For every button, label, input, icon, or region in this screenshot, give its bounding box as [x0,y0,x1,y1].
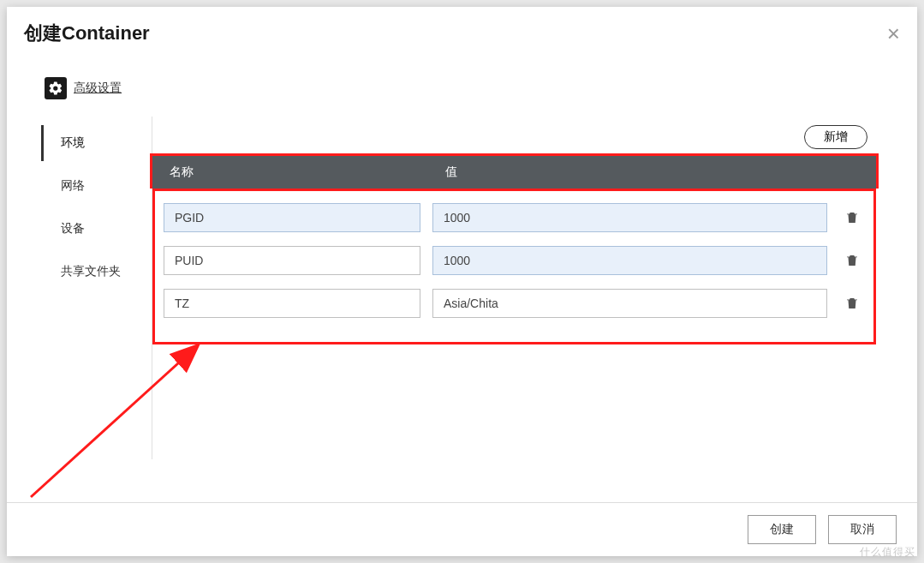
dialog-body: 高级设置 环境 网络 设备 共享文件夹 [7,60,917,502]
env-value-input[interactable] [432,246,827,275]
sidebar-item-label: 设备 [61,221,85,235]
col-header-name: 名称 [164,165,437,180]
env-name-input[interactable] [164,203,420,232]
dialog-title: 创建Container [24,21,150,46]
dialog-header: 创建Container × [7,7,917,60]
main-panel: 新增 名称 值 [152,117,876,459]
delete-row-icon[interactable] [839,253,865,268]
sidebar-item-environment[interactable]: 环境 [41,125,152,161]
col-header-value: 值 [437,165,864,180]
env-row [164,282,865,325]
add-button-row: 新增 [152,125,876,149]
advanced-settings-link[interactable]: 高级设置 [74,81,122,96]
sidebar-item-label: 环境 [61,135,85,149]
sidebar-item-device[interactable]: 设备 [41,211,152,247]
sidebar-item-shared-folder[interactable]: 共享文件夹 [41,254,152,290]
env-table-body-wrap [152,189,876,344]
env-table-body [155,191,873,342]
create-button[interactable]: 创建 [748,515,816,544]
create-container-dialog: 创建Container × 高级设置 环境 网络 [7,7,917,556]
env-table-header: 名称 值 [150,153,879,189]
env-row [164,196,865,239]
env-row [164,239,865,282]
scroll-area[interactable]: 高级设置 环境 网络 设备 共享文件夹 [41,60,883,494]
add-button[interactable]: 新增 [804,125,867,149]
cancel-button[interactable]: 取消 [828,515,897,544]
delete-row-icon[interactable] [839,296,865,311]
env-value-input[interactable] [432,203,827,232]
sidebar: 环境 网络 设备 共享文件夹 [41,117,152,459]
advanced-settings-row: 高级设置 [41,60,876,117]
gear-icon [45,77,67,99]
content-split: 环境 网络 设备 共享文件夹 新增 [41,117,876,459]
dialog-footer: 创建 取消 [7,502,917,556]
delete-row-icon[interactable] [839,210,865,225]
close-icon[interactable]: × [887,22,900,45]
sidebar-item-label: 共享文件夹 [61,264,121,278]
sidebar-item-network[interactable]: 网络 [41,168,152,204]
env-name-input[interactable] [164,289,420,318]
sidebar-item-label: 网络 [61,178,85,192]
env-name-input[interactable] [164,246,420,275]
env-value-input[interactable] [432,289,827,318]
